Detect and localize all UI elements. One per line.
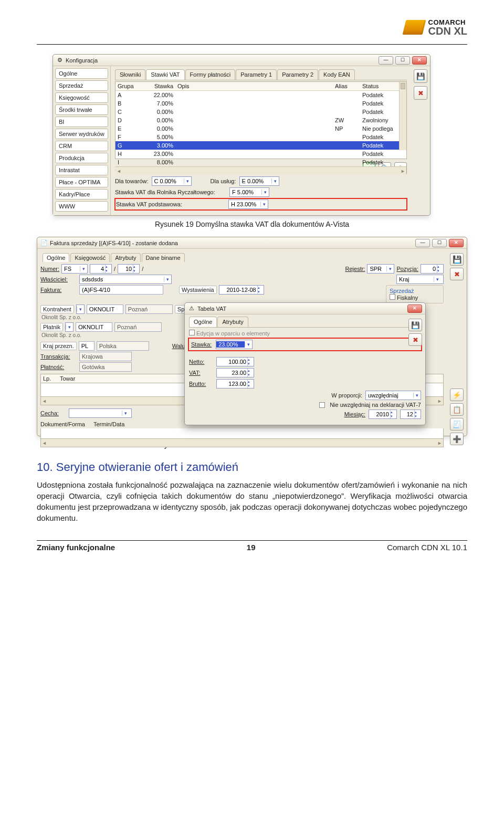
chevron-down-icon[interactable]: ▾ <box>413 393 421 398</box>
tab[interactable]: Dane binarne <box>142 253 185 262</box>
save-button[interactable]: 💾 <box>414 69 427 83</box>
close-button[interactable] <box>449 239 464 247</box>
sidebar-item[interactable]: Środki trwałe <box>55 104 108 115</box>
chevron-down-icon[interactable]: ▾ <box>434 277 441 282</box>
col-alias[interactable]: Alias <box>333 82 360 90</box>
col-stawka[interactable]: Stawka <box>141 82 175 90</box>
col-lp[interactable]: Lp. <box>41 374 58 383</box>
sidebar-item[interactable]: Intrastat <box>55 165 108 175</box>
table-row[interactable]: E0.00%NPNie podlega <box>116 124 406 133</box>
farmer-value[interactable] <box>230 189 261 195</box>
chevron-down-icon[interactable]: ▾ <box>386 266 394 271</box>
action-button-4[interactable]: ➕ <box>450 433 464 445</box>
platnik-code[interactable] <box>76 322 112 332</box>
payments-hscroll[interactable]: ◄► <box>40 439 444 447</box>
goods-value[interactable] <box>152 178 184 184</box>
tab[interactable]: Atrybuty <box>111 253 140 262</box>
base-vat-combo[interactable]: ▾ <box>228 200 268 209</box>
tab[interactable]: Formy płatności <box>185 69 236 80</box>
numer-seg1[interactable]: ▴▾ <box>90 264 112 274</box>
tab-active[interactable]: Ogólne <box>43 253 69 262</box>
chevron-down-icon[interactable]: ▾ <box>260 202 268 207</box>
platnik-type-combo[interactable]: ▾ <box>65 322 74 332</box>
minimize-button[interactable] <box>415 239 430 247</box>
tab-active[interactable]: Ogólne <box>189 317 217 327</box>
brutto-spin[interactable]: ▴▾ <box>216 379 254 388</box>
proporcji-combo[interactable]: ▾ <box>365 391 421 400</box>
sidebar-item[interactable]: Kadry/Płace <box>55 189 108 200</box>
table-row[interactable]: C0.00%Podatek <box>116 108 406 116</box>
numer-seg2[interactable]: ▴▾ <box>118 264 140 274</box>
wlasciciel-combo[interactable]: ▾ <box>79 275 172 284</box>
chevron-down-icon[interactable]: ▾ <box>245 342 252 347</box>
payments-list[interactable] <box>40 428 444 439</box>
services-combo[interactable]: ▾ <box>239 176 279 186</box>
numer-prefix-combo[interactable]: ▾ <box>61 264 88 274</box>
sidebar-item[interactable]: Ogólne <box>55 68 108 79</box>
miesiac-year[interactable]: ▴▾ <box>369 410 397 419</box>
dialog-cancel-button[interactable]: ✖ <box>408 333 422 346</box>
krajprzezn-code[interactable] <box>79 341 94 351</box>
wystawienia-date[interactable]: ▴▾ <box>219 285 264 295</box>
chevron-down-icon[interactable]: ▾ <box>80 266 87 271</box>
sidebar-item[interactable]: Księgowość <box>55 92 108 103</box>
vat-rates-table[interactable]: Grupa Stawka Opis Alias Status A22.00%Po… <box>115 81 407 159</box>
rejestr-combo[interactable]: ▾ <box>367 264 394 274</box>
netto-spin[interactable]: ▴▾ <box>216 357 254 366</box>
sidebar-item[interactable]: Sprzedaż <box>55 80 108 91</box>
tab[interactable]: Księgowość <box>70 253 110 262</box>
wystawienia-button[interactable]: Wystawienia <box>179 286 217 294</box>
edycja-checkbox[interactable] <box>189 330 195 335</box>
cecha-combo[interactable]: ▾ <box>69 408 132 418</box>
tab-active[interactable]: Stawki VAT <box>146 69 184 80</box>
tab[interactable]: Parametry 1 <box>236 69 277 80</box>
chevron-down-icon[interactable]: ▾ <box>261 190 269 195</box>
horizontal-scrollbar[interactable]: ◄► <box>116 166 406 175</box>
table-row[interactable]: F5.00%Podatek <box>116 133 406 141</box>
farmer-combo[interactable]: ▾ <box>229 187 269 197</box>
tab[interactable]: Atrybuty <box>217 317 248 327</box>
tab[interactable]: Parametry 2 <box>277 69 318 80</box>
chevron-down-icon[interactable]: ▾ <box>66 324 73 330</box>
table-row[interactable]: D0.00%ZWZwolniony <box>116 116 406 124</box>
kontrahent-code[interactable] <box>87 304 123 314</box>
cancel-button[interactable]: ✖ <box>414 86 427 100</box>
fiskalny-checkbox[interactable] <box>390 294 395 300</box>
table-row[interactable]: A22.00%Podatek <box>116 91 406 99</box>
chevron-down-icon[interactable]: ▾ <box>122 411 129 416</box>
action-button-2[interactable]: 📋 <box>450 403 464 416</box>
cancel-button[interactable]: ✖ <box>450 268 464 280</box>
tab[interactable]: Kody EAN <box>319 69 355 80</box>
vat-amount-spin[interactable]: ▴▾ <box>216 368 254 377</box>
maximize-button[interactable] <box>432 239 447 247</box>
chevron-down-icon[interactable]: ▾ <box>271 178 279 184</box>
services-value[interactable] <box>240 178 271 184</box>
platnik-button[interactable]: Płatnik <box>40 323 63 331</box>
sidebar-item[interactable]: WWW <box>55 201 108 212</box>
table-row[interactable]: G3.00%Podatek <box>116 141 406 150</box>
col-opis[interactable]: Opis <box>175 82 333 90</box>
close-button[interactable] <box>412 56 427 65</box>
miesiac-month[interactable]: ▴▾ <box>400 410 421 419</box>
minimize-button[interactable] <box>379 56 393 65</box>
action-button-3[interactable]: 🧾 <box>450 418 464 430</box>
faktura-field[interactable] <box>79 285 163 295</box>
dialog-save-button[interactable]: 💾 <box>408 319 422 331</box>
maximize-button[interactable] <box>395 56 410 65</box>
dialog-close-button[interactable] <box>407 304 422 313</box>
save-button[interactable]: 💾 <box>450 253 464 266</box>
table-row[interactable]: H23.00%Podatek <box>116 150 406 158</box>
table-row[interactable]: B7.00%Podatek <box>116 99 406 108</box>
sidebar-item[interactable]: CRM <box>55 141 108 151</box>
kontrahent-button[interactable]: Kontrahent <box>40 305 74 313</box>
sidebar-item[interactable]: BI <box>55 117 108 127</box>
vertical-scrollbar[interactable] <box>399 82 406 150</box>
pozycja-spin[interactable]: ▴▾ <box>421 264 444 274</box>
goods-combo[interactable]: ▾ <box>152 176 192 186</box>
chevron-down-icon[interactable]: ▾ <box>164 277 171 282</box>
action-button-1[interactable]: ⚡ <box>450 388 464 401</box>
krajprzezn-button[interactable]: Kraj przezn. <box>40 342 77 350</box>
kontrahent-type-combo[interactable]: ▾ <box>76 304 85 314</box>
chevron-down-icon[interactable]: ▾ <box>77 307 84 312</box>
tab[interactable]: Słowniki <box>115 69 145 80</box>
